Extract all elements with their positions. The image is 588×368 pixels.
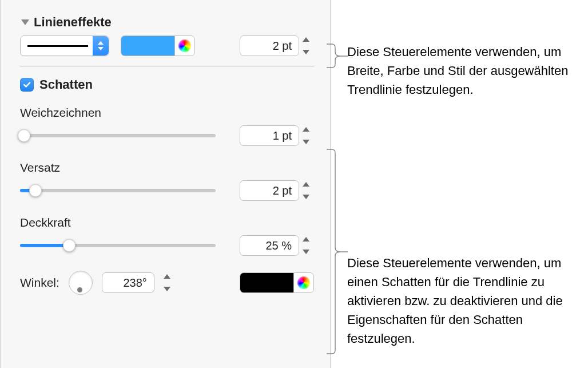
line-style-popup[interactable] (20, 35, 109, 56)
angle-dial[interactable] (69, 271, 93, 295)
opacity-label: Deckkraft (20, 216, 314, 229)
disclosure-triangle-icon (21, 19, 29, 25)
opacity-stepper-buttons[interactable] (303, 235, 314, 256)
shadow-color-picker-button[interactable] (293, 272, 314, 293)
blur-label: Weichzeichnen (20, 106, 314, 120)
stepper-down-icon[interactable] (303, 195, 309, 199)
inspector-panel: Linieneffekte 2 pt (0, 0, 331, 368)
offset-label: Versatz (20, 161, 314, 175)
section-divider (20, 66, 314, 67)
blur-field[interactable]: 1 pt (240, 125, 299, 146)
opacity-row: 25 % (20, 235, 314, 256)
line-width-stepper: 2 pt (240, 35, 314, 56)
checkmark-icon (22, 80, 31, 89)
offset-row: 2 pt (20, 180, 314, 201)
angle-stepper-buttons[interactable] (164, 272, 175, 293)
line-effects-section-header[interactable]: Linieneffekte (21, 15, 314, 30)
stepper-up-icon[interactable] (303, 127, 309, 132)
shadow-checkbox[interactable] (20, 78, 34, 92)
line-color-control (121, 35, 195, 56)
line-color-picker-button[interactable] (174, 35, 195, 56)
line-effects-title: Linieneffekte (34, 15, 112, 30)
stepper-up-icon[interactable] (303, 37, 309, 42)
line-style-preview-icon (27, 45, 88, 47)
offset-field[interactable]: 2 pt (240, 180, 299, 201)
shadow-checkbox-row[interactable]: Schatten (20, 77, 314, 92)
callout-bracket-icon (326, 149, 349, 355)
line-color-well[interactable] (121, 35, 174, 56)
stepper-down-icon[interactable] (303, 140, 309, 144)
angle-label: Winkel: (20, 276, 59, 290)
callout-shadow-controls: Diese Steuerelemente verwenden, um einen… (347, 254, 576, 348)
opacity-field[interactable]: 25 % (240, 235, 299, 256)
callout-bracket-icon (326, 43, 349, 69)
line-width-field[interactable]: 2 pt (240, 35, 299, 56)
offset-stepper-buttons[interactable] (303, 180, 314, 201)
opacity-slider[interactable] (20, 240, 216, 251)
color-wheel-icon (297, 276, 310, 289)
stepper-up-icon[interactable] (303, 237, 309, 242)
blur-stepper-buttons[interactable] (303, 125, 314, 146)
opacity-stepper: 25 % (240, 235, 314, 256)
stepper-up-icon[interactable] (164, 274, 170, 279)
offset-stepper: 2 pt (240, 180, 314, 201)
color-wheel-icon (178, 39, 191, 52)
shadow-title: Schatten (39, 77, 93, 92)
angle-row: Winkel: 238° (20, 271, 314, 295)
offset-slider[interactable] (20, 185, 216, 196)
popup-arrows-icon (93, 36, 109, 56)
angle-field[interactable]: 238° (102, 272, 154, 293)
angle-indicator-icon (77, 287, 82, 292)
shadow-color-control (240, 272, 314, 293)
stepper-down-icon[interactable] (164, 287, 170, 291)
stepper-up-icon[interactable] (303, 182, 309, 187)
stepper-down-icon[interactable] (303, 250, 309, 254)
stepper-down-icon[interactable] (303, 50, 309, 54)
blur-slider[interactable] (20, 130, 216, 141)
shadow-color-well[interactable] (240, 272, 293, 293)
blur-row: 1 pt (20, 125, 314, 146)
line-width-stepper-buttons[interactable] (303, 35, 314, 56)
blur-stepper: 1 pt (240, 125, 314, 146)
callout-line-controls: Diese Steuerelemente verwenden, um Breit… (347, 42, 576, 99)
line-style-row: 2 pt (20, 35, 314, 56)
